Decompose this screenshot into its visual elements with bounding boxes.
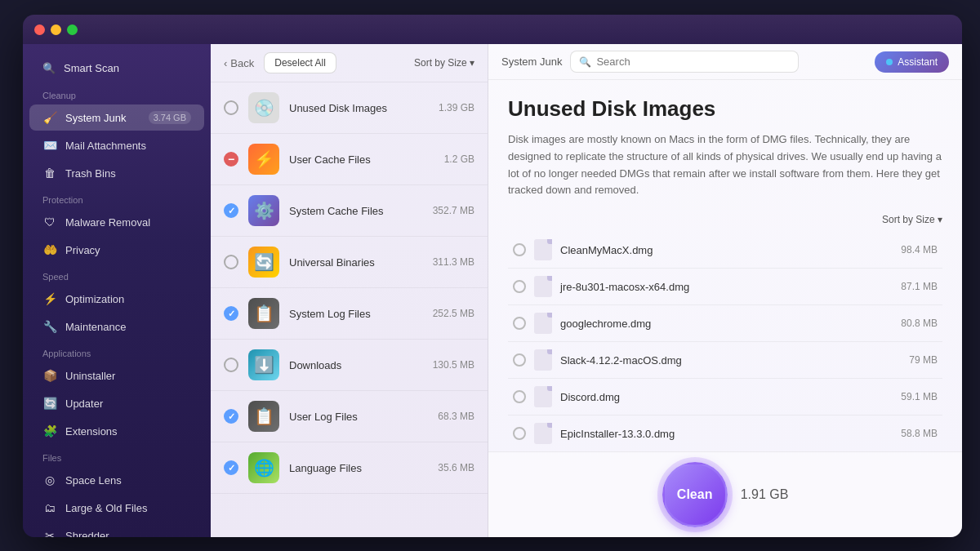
sidebar-item-extensions[interactable]: 🧩 Extensions — [29, 418, 204, 444]
list-item-name: User Cache Files — [289, 153, 434, 166]
section-title: Unused Disk Images — [508, 96, 942, 122]
bottom-bar: Clean 1.91 GB — [488, 451, 962, 537]
file-name: googlechrome.dmg — [560, 318, 893, 330]
table-row[interactable]: googlechrome.dmg 80.8 MB — [508, 305, 942, 342]
file-size: 98.4 MB — [901, 244, 938, 256]
sidebar-item-updater[interactable]: 🔄 Updater — [29, 390, 204, 416]
list-item[interactable]: 💿 Unused Disk Images 1.39 GB — [211, 82, 488, 134]
malware-removal-label: Malware Removal — [65, 216, 150, 229]
list-item-icon: 📋 — [248, 401, 279, 432]
list-item-radio[interactable] — [224, 306, 238, 321]
sidebar-item-system-junk[interactable]: 🧹 System Junk 3.74 GB — [29, 104, 204, 131]
list-item-radio[interactable] — [224, 460, 238, 475]
clean-button[interactable]: Clean — [662, 462, 728, 527]
file-name: CleanMyMacX.dmg — [560, 244, 893, 256]
file-list: CleanMyMacX.dmg 98.4 MB jre-8u301-macosx… — [508, 232, 942, 451]
sidebar-item-mail-attachments[interactable]: ✉️ Mail Attachments — [29, 132, 204, 158]
main-content: 🔍 Smart Scan Cleanup 🧹 System Junk 3.74 … — [23, 44, 962, 537]
back-button[interactable]: ‹ Back — [224, 57, 254, 69]
sidebar-item-maintenance[interactable]: 🔧 Maintenance — [29, 313, 204, 340]
protection-section-label: Protection — [23, 187, 211, 208]
middle-sort-button[interactable]: Sort by Size ▾ — [414, 57, 474, 69]
privacy-icon: 🤲 — [42, 242, 57, 257]
list-item-name: User Log Files — [289, 411, 428, 423]
file-radio[interactable] — [513, 280, 526, 293]
sidebar-item-shredder[interactable]: ✂ Shredder — [29, 522, 204, 537]
close-button[interactable] — [34, 24, 45, 35]
assistant-dot-icon — [886, 59, 893, 65]
list-item-name: Universal Binaries — [289, 256, 423, 269]
breadcrumb: System Junk — [501, 56, 562, 68]
files-section-label: Files — [23, 445, 211, 466]
list-item-size: 311.3 MB — [433, 256, 474, 268]
large-old-icon: 🗂 — [42, 500, 57, 515]
list-item-name: Downloads — [289, 359, 423, 371]
list-item[interactable]: 🌐 Language Files 35.6 MB — [211, 442, 488, 494]
title-bar — [23, 15, 962, 44]
file-radio[interactable] — [513, 243, 526, 256]
file-size: 80.8 MB — [901, 318, 938, 329]
trash-bins-label: Trash Bins — [65, 167, 116, 180]
sidebar-item-trash-bins[interactable]: 🗑 Trash Bins — [29, 160, 204, 186]
file-radio[interactable] — [513, 390, 526, 403]
minimize-button[interactable] — [51, 24, 61, 35]
list-item-radio[interactable] — [224, 100, 238, 115]
optimization-label: Optimization — [65, 293, 124, 305]
maximize-button[interactable] — [67, 24, 78, 35]
junk-category-list: 💿 Unused Disk Images 1.39 GB ⚡ User Cach… — [211, 82, 488, 537]
list-item[interactable]: ⚙️ System Cache Files 352.7 MB — [211, 185, 488, 237]
sidebar-item-optimization[interactable]: ⚡ Optimization — [29, 286, 204, 312]
search-input[interactable] — [596, 56, 790, 68]
table-row[interactable]: EpicInstaller-13.3.0.dmg 58.8 MB — [508, 415, 942, 451]
sidebar-item-space-lens[interactable]: ◎ Space Lens — [29, 467, 204, 493]
list-item[interactable]: 📋 User Log Files 68.3 MB — [211, 391, 488, 442]
file-radio[interactable] — [513, 427, 526, 440]
extensions-icon: 🧩 — [42, 424, 57, 438]
maintenance-icon: 🔧 — [42, 319, 57, 334]
list-item-radio[interactable] — [224, 203, 238, 218]
search-box[interactable]: 🔍 — [570, 51, 799, 73]
space-lens-label: Space Lens — [65, 474, 122, 487]
list-item-name: Unused Disk Images — [289, 102, 429, 114]
list-item-radio[interactable] — [224, 358, 238, 372]
list-item-radio[interactable] — [224, 255, 238, 269]
sidebar-item-privacy[interactable]: 🤲 Privacy — [29, 237, 204, 263]
list-item[interactable]: ⚡ User Cache Files 1.2 GB — [211, 134, 488, 185]
right-content: Unused Disk Images Disk images are mostl… — [488, 80, 962, 451]
uninstaller-icon: 📦 — [42, 368, 57, 383]
table-row[interactable]: Slack-4.12.2-macOS.dmg 79 MB — [508, 342, 942, 379]
smart-scan-label: Smart Scan — [64, 62, 119, 74]
table-row[interactable]: jre-8u301-macosx-x64.dmg 87.1 MB — [508, 269, 942, 305]
shredder-icon: ✂ — [42, 528, 57, 537]
file-name: Discord.dmg — [560, 391, 893, 403]
file-radio[interactable] — [513, 317, 526, 330]
privacy-label: Privacy — [65, 244, 100, 256]
system-junk-size: 3.74 GB — [149, 111, 191, 124]
files-sort-button[interactable]: Sort by Size ▾ — [882, 214, 942, 225]
list-item[interactable]: 📋 System Log Files 252.5 MB — [211, 288, 488, 340]
sidebar-item-smart-scan[interactable]: 🔍 Smart Scan — [29, 56, 204, 81]
deselect-all-button[interactable]: Deselect All — [264, 52, 336, 73]
optimization-icon: ⚡ — [42, 291, 57, 306]
malware-icon: 🛡 — [42, 215, 57, 229]
list-item-size: 352.7 MB — [433, 205, 474, 216]
list-item-icon: 🌐 — [248, 452, 279, 483]
list-item[interactable]: 🔄 Universal Binaries 311.3 MB — [211, 237, 488, 288]
list-item-size: 130.5 MB — [433, 359, 474, 371]
list-item[interactable]: ⬇️ Downloads 130.5 MB — [211, 340, 488, 391]
list-item-radio[interactable] — [224, 152, 238, 167]
list-item-icon: ⚙️ — [248, 195, 279, 226]
sidebar-item-uninstaller[interactable]: 📦 Uninstaller — [29, 362, 204, 389]
sidebar-item-large-old[interactable]: 🗂 Large & Old Files — [29, 495, 204, 521]
file-icon — [534, 239, 552, 260]
table-row[interactable]: Discord.dmg 59.1 MB — [508, 379, 942, 415]
file-radio[interactable] — [513, 353, 526, 367]
list-item-icon: 🔄 — [248, 247, 279, 278]
list-item-radio[interactable] — [224, 409, 238, 424]
assistant-button[interactable]: Assistant — [875, 51, 949, 73]
file-icon — [534, 386, 552, 407]
space-lens-icon: ◎ — [42, 473, 57, 487]
sidebar-item-malware-removal[interactable]: 🛡 Malware Removal — [29, 209, 204, 235]
table-row[interactable]: CleanMyMacX.dmg 98.4 MB — [508, 232, 942, 269]
trash-icon: 🗑 — [42, 166, 57, 180]
